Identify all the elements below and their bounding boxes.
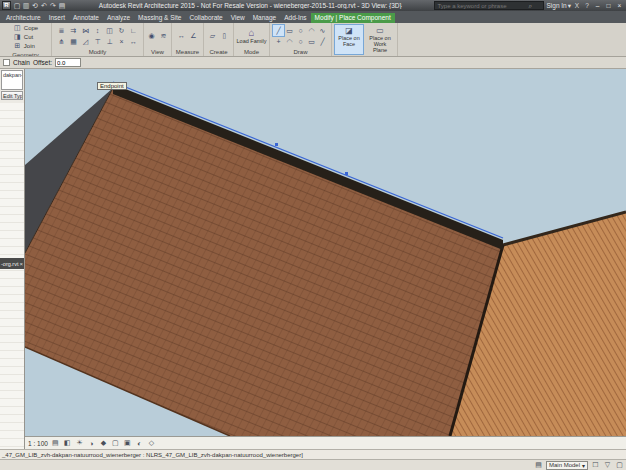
main-roof-plane[interactable] (25, 88, 503, 436)
sun-path-icon[interactable]: ☀ (75, 439, 84, 447)
open-icon[interactable]: ▢ (13, 1, 21, 10)
crop-view-icon[interactable]: ▢ (111, 439, 120, 447)
worksets-icon[interactable]: ▤ (534, 461, 543, 469)
panel-label-create: Create (204, 48, 233, 56)
infocenter-search: ⌕ (434, 1, 544, 10)
scale-button[interactable]: 1 : 100 (28, 440, 48, 447)
selection-filter-icon[interactable]: ▽ (603, 461, 612, 469)
cut-icon: ◨ (13, 33, 22, 41)
pick-lines-icon[interactable]: + (273, 36, 284, 47)
sign-in-button[interactable]: Sign In ▾ (546, 2, 571, 10)
draw-circle-2-icon[interactable]: ○ (295, 36, 306, 47)
draw-spline-icon[interactable]: ∿ (317, 25, 328, 36)
tab-analyze[interactable]: Analyze (103, 13, 134, 23)
split-icon[interactable]: ⋔ (56, 36, 68, 47)
offset-input[interactable] (55, 58, 81, 67)
exchange-apps-icon[interactable]: X (573, 2, 581, 9)
draw-arc-icon[interactable]: ◠ (306, 25, 317, 36)
tab-manage[interactable]: Manage (249, 13, 281, 23)
join-button[interactable]: ⊞ Join (13, 42, 38, 50)
view-window-title-fragment[interactable]: -org.rvt × (0, 258, 24, 269)
tab-insert[interactable]: Insert (45, 13, 69, 23)
draw-circle-icon[interactable]: ○ (295, 25, 306, 36)
draw-line-icon[interactable]: ╱ (273, 25, 284, 36)
mirror-icon[interactable]: ⋈ (80, 25, 92, 36)
measure-icon[interactable]: ↔ (177, 32, 186, 40)
create-component-icon[interactable]: ▱ (208, 32, 217, 40)
panel-create: ▱ ▯ Create (204, 23, 234, 56)
cope-label: Cope (24, 25, 38, 31)
editable-only-checkbox[interactable]: ☐ (591, 461, 600, 469)
undo-icon[interactable]: ↶ (40, 1, 48, 10)
draw-arc-2-icon[interactable]: ◠ (284, 36, 295, 47)
place-on-face-button[interactable]: ◪ Place on Face (334, 24, 364, 55)
tab-add-ins[interactable]: Add-Ins (280, 13, 310, 23)
trim-icon[interactable]: ∟ (128, 25, 140, 36)
default-3d-view-icon[interactable]: ◉ (147, 32, 156, 40)
align-icon[interactable]: ≣ (56, 25, 68, 36)
sync-icon[interactable]: ⟲ (31, 1, 39, 10)
scale-icon[interactable]: ◿ (80, 36, 92, 47)
panel-mode: ⌂ Load Family Mode (234, 23, 270, 56)
tab-annotate[interactable]: Annotate (69, 13, 103, 23)
minimize-button[interactable]: – (593, 2, 602, 9)
search-icon[interactable]: ⌕ (528, 2, 532, 10)
selection-grip[interactable] (345, 172, 348, 175)
print-icon[interactable]: ▤ (58, 1, 66, 10)
help-icon[interactable]: ? (583, 2, 591, 9)
chain-checkbox[interactable] (3, 59, 10, 66)
create-column-icon[interactable]: ▯ (220, 32, 229, 40)
visual-style-icon[interactable]: ◧ (63, 439, 72, 447)
cut-button[interactable]: ◨ Cut (13, 33, 38, 41)
application-menu-button[interactable]: R (2, 1, 11, 10)
cope-button[interactable]: ◫ Cope (13, 24, 38, 32)
maximize-button[interactable]: □ (604, 2, 613, 9)
tab-massing-site[interactable]: Massing & Site (134, 13, 185, 23)
load-family-button[interactable]: ⌂ Load Family (237, 27, 267, 44)
panel-modify: ≣ ⇉ ⋈ ↕ ◫ ↻ ∟ ⋔ ▦ ◿ ⊤ ⊥ × ↔ Modify (52, 23, 144, 56)
thin-lines-icon[interactable]: ≋ (159, 32, 168, 40)
array-icon[interactable]: ▦ (68, 36, 80, 47)
match-type-icon[interactable]: ↔ (128, 36, 140, 47)
edit-type-button[interactable]: Edit Type (1, 91, 23, 100)
delete-icon[interactable]: × (116, 36, 128, 47)
ribbon-tab-bar: Architecture Insert Annotate Analyze Mas… (0, 11, 626, 23)
tab-view[interactable]: View (227, 13, 249, 23)
title-bar: R ▢ ▥ ⟲ ↶ ↷ ▤ Autodesk Revit Architectur… (0, 0, 626, 11)
press-drag-icon[interactable]: ▢ (615, 461, 624, 469)
show-crop-region-icon[interactable]: ▣ (123, 439, 132, 447)
draw-rectangle-icon[interactable]: ▭ (284, 25, 295, 36)
join-icon: ⊞ (13, 42, 22, 50)
tab-modify-place-component[interactable]: Modify | Place Component (311, 13, 395, 23)
selection-grip[interactable] (275, 143, 278, 146)
properties-rows (0, 103, 24, 449)
reveal-hidden-icon[interactable]: ◇ (147, 439, 156, 447)
tab-collaborate[interactable]: Collaborate (185, 13, 226, 23)
cope-icon: ◫ (13, 24, 22, 32)
draw-line-2-icon[interactable]: ╱ (317, 36, 328, 47)
redo-icon[interactable]: ↷ (49, 1, 57, 10)
search-input[interactable] (437, 3, 527, 9)
shadows-icon[interactable]: ◑ (87, 440, 96, 447)
active-workset-select[interactable]: Main Model ▾ (546, 461, 588, 470)
type-selector[interactable]: dakpan- (1, 70, 23, 90)
rotate-icon[interactable]: ↻ (116, 25, 128, 36)
unpin-icon[interactable]: ⊥ (104, 36, 116, 47)
copy-icon[interactable]: ◫ (104, 25, 116, 36)
draw-rect-2-icon[interactable]: ▭ (306, 36, 317, 47)
move-icon[interactable]: ↕ (92, 25, 104, 36)
temporary-hide-icon[interactable]: ◐ (135, 440, 144, 447)
drawing-area[interactable]: Endpoint 1 : 100 ▤ ◧ ☀ ◑ ◆ ▢ ▣ ◐ ◇ (25, 69, 626, 449)
close-view-icon[interactable]: × (19, 261, 23, 267)
detail-level-icon[interactable]: ▤ (51, 439, 60, 447)
place-on-work-plane-button[interactable]: ▭ Place on Work Plane (365, 24, 395, 55)
pin-icon[interactable]: ⊤ (92, 36, 104, 47)
close-button[interactable]: × (615, 2, 624, 9)
angle-icon[interactable]: ∠ (189, 32, 198, 40)
render-icon[interactable]: ◆ (99, 439, 108, 447)
offset-icon[interactable]: ⇉ (68, 25, 80, 36)
tab-architecture[interactable]: Architecture (2, 13, 45, 23)
status-bar-controls: ▤ Main Model ▾ ☐ ▽ ▢ (0, 459, 626, 470)
save-icon[interactable]: ▥ (22, 1, 30, 10)
place-on-face-icon: ◪ (345, 26, 353, 35)
